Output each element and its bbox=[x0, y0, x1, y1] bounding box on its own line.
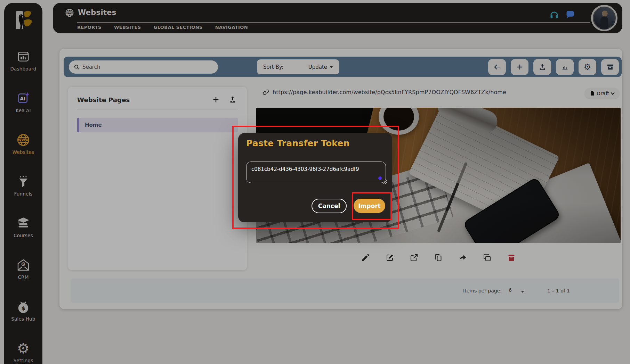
token-field-wrap: c081cb42-d436-4303-96f3-27d6afc9adf9 bbox=[246, 162, 386, 183]
modal-title: Paste Transfer Token bbox=[246, 138, 350, 148]
resize-grip-icon[interactable] bbox=[382, 180, 387, 184]
app-window: Dashboard AI Kea AI bbox=[0, 0, 630, 364]
paste-transfer-token-modal: Paste Transfer Token c081cb42-d436-4303-… bbox=[238, 133, 392, 222]
caret-indicator-dot bbox=[378, 176, 382, 180]
import-button[interactable]: Import bbox=[354, 199, 385, 213]
cancel-button[interactable]: Cancel bbox=[312, 199, 347, 213]
token-textarea[interactable]: c081cb42-d436-4303-96f3-27d6afc9adf9 bbox=[246, 162, 386, 183]
